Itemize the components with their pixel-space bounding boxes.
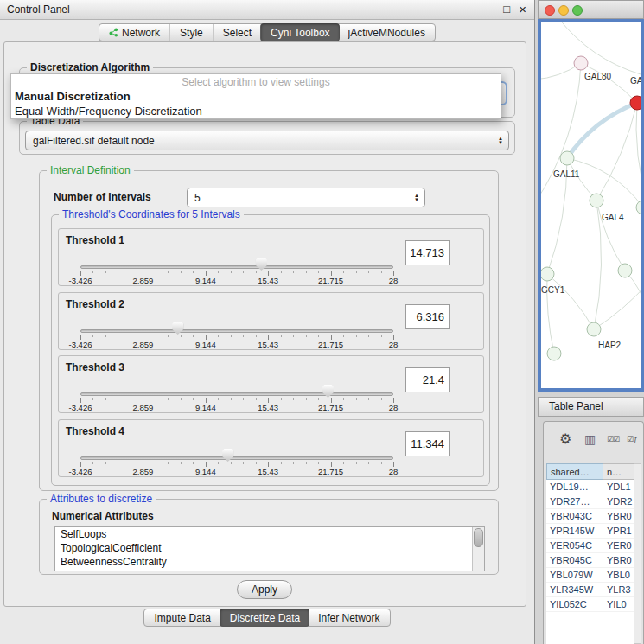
table-row[interactable]: YBR043CYBR0 bbox=[546, 509, 634, 524]
threshold-value-field[interactable]: 11.344 bbox=[405, 431, 450, 456]
list-item[interactable]: TopologicalCoefficient bbox=[55, 541, 484, 555]
network-edge[interactable] bbox=[567, 103, 637, 158]
network-edge[interactable] bbox=[558, 22, 641, 74]
slider-ticks bbox=[80, 271, 394, 276]
network-edge[interactable] bbox=[541, 63, 581, 204]
cell-shared-name: YDL19… bbox=[546, 480, 603, 494]
interval-definition-label: Interval Definition bbox=[47, 164, 134, 176]
tab-impute-data[interactable]: Impute Data bbox=[144, 609, 220, 626]
network-canvas[interactable]: GAL80GAGAL11GAL4GCY1HAP2 bbox=[541, 22, 641, 388]
column-header-shared-name[interactable]: shared… bbox=[546, 463, 603, 480]
network-canvas-frame: GAL80GAGAL11GAL4GCY1HAP2 bbox=[538, 19, 644, 392]
network-edge[interactable] bbox=[581, 63, 637, 103]
network-window-titlebar[interactable] bbox=[538, 0, 644, 19]
number-of-intervals-select[interactable]: 5 ▲ ▼ bbox=[187, 188, 425, 207]
table-row[interactable]: YBR045CYBR0 bbox=[546, 553, 634, 568]
slider-ticks bbox=[80, 398, 394, 403]
table-panel-header[interactable]: Table Panel bbox=[538, 397, 644, 417]
threshold-label: Threshold 3 bbox=[66, 361, 124, 373]
network-edge[interactable] bbox=[594, 282, 641, 329]
table-row[interactable]: YDR27…YDR2 bbox=[546, 494, 634, 509]
table-row[interactable]: YER054CYER0 bbox=[546, 539, 634, 553]
threshold-value-field[interactable]: 6.316 bbox=[405, 304, 450, 329]
cyni-toolbox-panel: Discretization Algorithm ▲ ▼ Select algo… bbox=[3, 41, 526, 607]
node-label: GAL11 bbox=[553, 169, 580, 179]
list-scrollbar[interactable] bbox=[472, 527, 484, 571]
arrow-down-icon: ▼ bbox=[498, 141, 503, 145]
tab-infer-network[interactable]: Infer Network bbox=[309, 609, 389, 626]
network-edge[interactable] bbox=[594, 201, 602, 329]
network-node-hap2[interactable] bbox=[587, 322, 601, 336]
cell-shared-name: YBR043C bbox=[546, 509, 603, 523]
tab-select[interactable]: Select bbox=[213, 24, 261, 41]
table-row[interactable]: YLR345WYLR3 bbox=[546, 583, 634, 597]
list-item[interactable]: SelfLoops bbox=[55, 527, 484, 541]
tab-label: Impute Data bbox=[154, 612, 210, 624]
scale-label: 28 bbox=[389, 340, 399, 349]
table-row[interactable]: YBL079WYBL0 bbox=[546, 568, 634, 583]
list-scrollbar-thumb[interactable] bbox=[474, 528, 483, 547]
float-window-icon[interactable]: □ bbox=[503, 3, 510, 16]
select-rows-icon[interactable]: ☑☑ bbox=[607, 435, 619, 443]
close-window-icon[interactable]: × bbox=[519, 2, 526, 16]
control-panel-titlebar[interactable]: Control Panel □ × bbox=[0, 0, 534, 20]
tab-jactivemnodules[interactable]: jActiveMNodules bbox=[339, 24, 435, 41]
table-row[interactable]: YDL19…YDL1 bbox=[546, 480, 634, 494]
network-edge[interactable] bbox=[547, 274, 594, 329]
tab-label: Infer Network bbox=[318, 612, 379, 624]
network-edge[interactable] bbox=[567, 158, 596, 201]
node-label: GCY1 bbox=[541, 285, 565, 295]
network-node[interactable] bbox=[636, 201, 641, 214]
cell-name: YBR0 bbox=[603, 553, 634, 567]
mac-close-icon[interactable] bbox=[545, 5, 555, 16]
mac-minimize-icon[interactable] bbox=[558, 5, 569, 16]
mac-zoom-icon[interactable] bbox=[572, 5, 583, 16]
apply-button[interactable]: Apply bbox=[237, 580, 292, 599]
list-item[interactable]: BetweennessCentrality bbox=[55, 555, 484, 569]
threshold-value-field[interactable]: 21.4 bbox=[405, 367, 450, 392]
table-data-select[interactable]: galFiltered.sif default node ▲ ▼ bbox=[25, 131, 509, 150]
function-builder-icon[interactable]: ☑ƒ bbox=[627, 435, 638, 443]
columns-icon[interactable]: ▥ bbox=[584, 432, 596, 446]
cell-name: YER0 bbox=[603, 539, 634, 552]
network-node-gal11[interactable] bbox=[560, 151, 574, 165]
number-of-intervals-value: 5 bbox=[188, 192, 414, 204]
tab-discretize-data[interactable]: Discretize Data bbox=[220, 609, 309, 627]
network-node-gal80[interactable] bbox=[574, 56, 588, 70]
network-graph[interactable]: GAL80GAGAL11GAL4GCY1HAP2 bbox=[541, 22, 641, 388]
dropdown-option-manual-discretization[interactable]: Manual Discretization bbox=[11, 89, 501, 104]
network-edge[interactable] bbox=[596, 103, 637, 201]
slider-ticks bbox=[80, 335, 394, 340]
table-scrollbar[interactable] bbox=[634, 463, 641, 644]
network-node[interactable] bbox=[618, 264, 632, 277]
slider-track[interactable] bbox=[80, 456, 393, 460]
scale-label: -3.426 bbox=[69, 276, 92, 285]
threshold-value-field[interactable]: 14.713 bbox=[405, 240, 450, 265]
tab-network[interactable]: Network bbox=[99, 24, 169, 41]
dropdown-option-equal-width-frequency[interactable]: Equal Width/Frequency Discretization bbox=[11, 104, 501, 118]
network-node-gal4[interactable] bbox=[590, 194, 603, 207]
network-node-ga[interactable] bbox=[630, 96, 641, 110]
slider-track[interactable] bbox=[80, 329, 393, 333]
thresholds-coordinates-label: Threshold's Coordinates for 5 Intervals bbox=[59, 208, 244, 220]
network-node[interactable] bbox=[547, 347, 561, 360]
tab-cyni-toolbox[interactable]: Cyni Toolbox bbox=[260, 23, 339, 41]
cell-shared-name: YIL052C bbox=[546, 597, 603, 611]
table-row[interactable]: YIL052CYIL0 bbox=[546, 597, 634, 612]
slider-track[interactable] bbox=[80, 265, 393, 269]
slider-track[interactable] bbox=[80, 392, 393, 396]
threshold-label: Threshold 1 bbox=[66, 234, 124, 246]
network-node-gcy1[interactable] bbox=[541, 267, 554, 281]
cell-name: YIL0 bbox=[603, 597, 634, 611]
column-header-name[interactable]: n… bbox=[603, 463, 634, 480]
network-edge[interactable] bbox=[636, 103, 641, 208]
arrow-down-icon: ▼ bbox=[414, 198, 419, 202]
tab-style[interactable]: Style bbox=[169, 24, 213, 41]
numerical-attributes-list[interactable]: SelfLoopsTopologicalCoefficientBetweenne… bbox=[54, 526, 485, 571]
slider-ticks bbox=[80, 462, 394, 467]
gear-icon[interactable]: ⚙ bbox=[559, 430, 571, 447]
network-edge[interactable] bbox=[567, 158, 641, 207]
threshold-panel-4: Threshold 4-3.4262.8599.14415.4321.71528… bbox=[58, 419, 484, 477]
table-row[interactable]: YPR145WYPR1 bbox=[546, 524, 634, 539]
scale-label: 28 bbox=[389, 276, 399, 285]
